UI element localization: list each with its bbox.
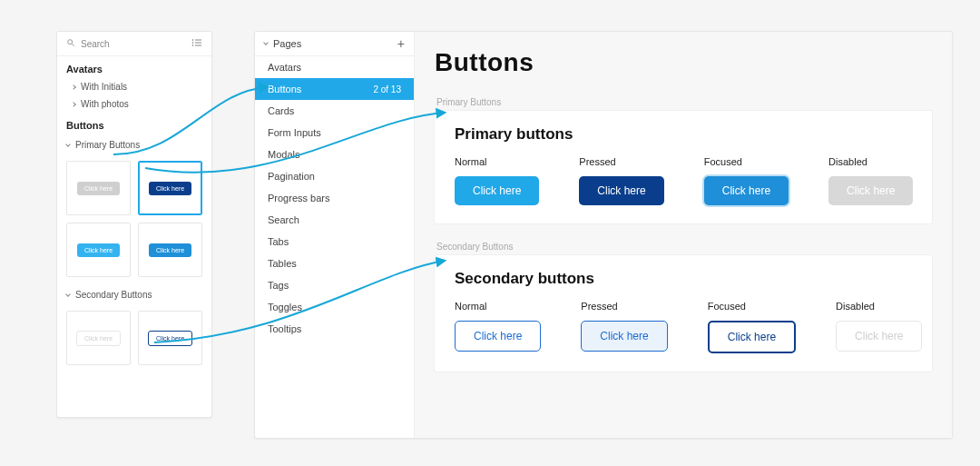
page-item-buttons[interactable]: Buttons 2 of 13 — [255, 78, 414, 100]
palette-group-secondary[interactable]: Secondary Buttons — [57, 284, 211, 303]
frame-secondary-buttons[interactable]: Secondary buttons Normal Click here Pres… — [435, 255, 932, 372]
palette-section-avatars[interactable]: Avatars — [57, 56, 211, 78]
secondary-normal-button[interactable]: Click here — [455, 321, 541, 352]
page-item-cards[interactable]: Cards — [255, 100, 414, 122]
palette-search[interactable]: Search — [66, 38, 110, 49]
page-item-pagination[interactable]: Pagination — [255, 165, 414, 187]
add-page-button[interactable]: + — [397, 37, 405, 50]
chevron-down-icon — [65, 142, 71, 147]
state-primary-disabled: Disabled Click here — [828, 156, 913, 205]
primary-normal-button[interactable]: Click here — [455, 176, 539, 205]
chevron-right-icon — [71, 84, 76, 90]
page-item-search[interactable]: Search — [255, 209, 414, 231]
primary-states: Normal Click here Pressed Click here Foc… — [455, 156, 912, 205]
page-item-form-inputs[interactable]: Form Inputs — [255, 122, 414, 144]
chevron-down-icon — [65, 292, 71, 297]
frame-heading-primary: Primary buttons — [455, 125, 912, 144]
thumb-primary-pressed[interactable]: Click here — [138, 161, 202, 215]
state-secondary-pressed: Pressed Click here — [581, 301, 667, 353]
state-secondary-normal: Normal Click here — [455, 301, 541, 353]
palette-secondary-thumbs: Click here Click here — [57, 303, 211, 372]
chevron-right-icon — [71, 102, 76, 107]
state-secondary-focused: Focused Click here — [708, 301, 796, 353]
page-item-count: 2 of 13 — [373, 84, 401, 94]
thumb-secondary-disabled[interactable]: Click here — [66, 311, 131, 365]
search-icon — [66, 38, 75, 49]
palette-group-primary[interactable]: Primary Buttons — [57, 134, 211, 154]
secondary-pressed-button[interactable]: Click here — [581, 321, 667, 352]
svg-point-5 — [192, 40, 193, 41]
palette-item-with-initials[interactable]: With Initials — [57, 78, 211, 95]
frame-label-primary[interactable]: Primary Buttons — [436, 97, 930, 107]
page-item-tables[interactable]: Tables — [255, 253, 414, 274]
primary-focused-button[interactable]: Click here — [704, 176, 789, 205]
svg-point-7 — [192, 45, 193, 46]
pages-sidebar: Pages + Avatars Buttons 2 of 13 Cards Fo… — [255, 32, 415, 438]
thumb-primary-normal[interactable]: Click here — [66, 223, 131, 277]
state-primary-pressed: Pressed Click here — [579, 156, 663, 205]
frame-primary-buttons[interactable]: Primary buttons Normal Click here Presse… — [435, 111, 932, 223]
state-primary-normal: Normal Click here — [455, 156, 539, 205]
primary-pressed-button[interactable]: Click here — [579, 176, 663, 205]
thumb-secondary-pressed[interactable]: Click here — [138, 311, 202, 365]
list-view-icon[interactable] — [191, 37, 202, 50]
palette-primary-thumbs: Click here Click here Click here Click h… — [57, 154, 211, 284]
page-item-progress-bars[interactable]: Progress bars — [255, 187, 414, 209]
page-item-toggles[interactable]: Toggles — [255, 296, 414, 318]
frame-heading-secondary: Secondary buttons — [455, 270, 912, 288]
svg-point-6 — [192, 43, 193, 44]
design-canvas[interactable]: Buttons Primary Buttons Primary buttons … — [415, 32, 952, 438]
svg-line-1 — [72, 44, 74, 46]
frame-label-secondary[interactable]: Secondary Buttons — [436, 242, 930, 252]
pages-toggle[interactable]: Pages — [264, 38, 301, 49]
palette-item-with-photos[interactable]: With photos — [57, 95, 211, 113]
components-palette: Search Avatars With Initials With photos… — [56, 31, 212, 418]
page-item-tabs[interactable]: Tabs — [255, 231, 414, 253]
primary-disabled-button: Click here — [828, 176, 913, 205]
chevron-down-icon — [263, 40, 269, 45]
page-item-modals[interactable]: Modals — [255, 144, 414, 165]
design-window: Pages + Avatars Buttons 2 of 13 Cards Fo… — [254, 31, 953, 439]
thumb-primary-focused[interactable]: Click here — [138, 223, 202, 277]
palette-search-row: Search — [57, 32, 211, 56]
secondary-focused-button[interactable]: Click here — [708, 321, 796, 353]
svg-point-0 — [68, 40, 73, 45]
secondary-states: Normal Click here Pressed Click here Foc… — [455, 301, 912, 353]
secondary-disabled-button: Click here — [836, 321, 922, 352]
thumb-primary-disabled[interactable]: Click here — [66, 161, 131, 215]
state-primary-focused: Focused Click here — [704, 156, 789, 205]
page-item-tags[interactable]: Tags — [255, 274, 414, 296]
page-item-tooltips[interactable]: Tooltips — [255, 318, 414, 340]
page-item-avatars[interactable]: Avatars — [255, 56, 414, 78]
palette-search-placeholder: Search — [81, 39, 110, 49]
palette-section-buttons[interactable]: Buttons — [57, 113, 211, 134]
state-secondary-disabled: Disabled Click here — [836, 301, 922, 353]
pages-header: Pages + — [255, 32, 414, 56]
page-title: Buttons — [435, 48, 932, 77]
